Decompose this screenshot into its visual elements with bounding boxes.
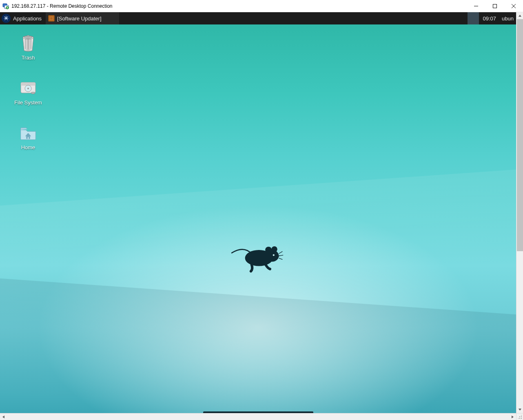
home-folder-icon [19, 124, 37, 142]
desktop-icon-trash[interactable]: Trash [6, 34, 51, 61]
systray-slot-3[interactable] [456, 12, 468, 24]
svg-rect-3 [493, 4, 497, 8]
software-updater-icon [48, 15, 55, 22]
systray-highlight[interactable] [468, 12, 479, 24]
scroll-up-arrow-icon[interactable] [516, 12, 523, 19]
panel-username[interactable]: ubun [500, 12, 516, 24]
scroll-right-arrow-icon[interactable] [509, 413, 516, 420]
systray-slot-2[interactable] [445, 12, 456, 24]
vertical-scrollbar-thumb[interactable] [517, 19, 523, 251]
panel-clock[interactable]: 09:07 [479, 12, 501, 24]
close-button[interactable] [504, 0, 523, 12]
desktop-icon-filesystem[interactable]: File System [6, 79, 51, 106]
svg-point-8 [265, 247, 272, 253]
trash-icon [19, 34, 37, 52]
svg-point-10 [273, 254, 274, 256]
systray-slot-1[interactable] [433, 12, 445, 24]
rdp-client-area: Applications [Software Updater] 09:07 ub… [0, 12, 523, 420]
desktop-icon-home[interactable]: Home [6, 124, 51, 150]
svg-rect-14 [27, 35, 29, 37]
taskbar-button-software-updater[interactable]: [Software Updater] [46, 12, 119, 24]
taskbar-button-label: [Software Updater] [57, 15, 101, 22]
maximize-button[interactable] [485, 0, 504, 12]
svg-rect-19 [31, 92, 35, 94]
xfce-desktop[interactable]: Applications [Software Updater] 09:07 ub… [0, 12, 516, 413]
svg-point-18 [27, 88, 29, 89]
desktop-icon-filesystem-label: File System [6, 99, 51, 106]
rdp-icon [2, 3, 9, 9]
vertical-scrollbar-track[interactable] [516, 19, 523, 406]
xfce-mouse-logo [228, 239, 289, 276]
remote-viewport[interactable]: Applications [Software Updater] 09:07 ub… [0, 12, 516, 413]
scroll-down-arrow-icon[interactable] [516, 406, 523, 413]
rdp-window-titlebar[interactable]: 192.168.27.117 - Remote Desktop Connecti… [0, 0, 523, 12]
drive-icon [19, 79, 37, 97]
applications-menu-label: Applications [13, 15, 42, 22]
horizontal-scrollbar[interactable] [0, 413, 516, 420]
desktop-icon-trash-label: Trash [6, 55, 51, 61]
xfce-logo-icon [2, 14, 11, 23]
svg-rect-21 [28, 137, 29, 139]
resize-grip-icon[interactable] [516, 413, 523, 420]
panel-clock-time: 09:07 [483, 15, 496, 22]
svg-point-9 [271, 246, 277, 252]
panel-username-label: ubun [502, 15, 514, 22]
applications-menu-button[interactable]: Applications [0, 12, 45, 24]
horizontal-scrollbar-track[interactable] [7, 413, 509, 420]
rdp-window-title: 192.168.27.117 - Remote Desktop Connecti… [11, 3, 113, 9]
minimize-button[interactable] [467, 0, 485, 12]
svg-point-5 [5, 18, 7, 19]
desktop-wallpaper[interactable]: Trash File System [0, 24, 516, 413]
vertical-scrollbar[interactable] [516, 12, 523, 413]
desktop-icon-home-label: Home [6, 144, 51, 150]
xfce-top-panel[interactable]: Applications [Software Updater] 09:07 ub… [0, 12, 516, 24]
scroll-left-arrow-icon[interactable] [0, 413, 7, 420]
